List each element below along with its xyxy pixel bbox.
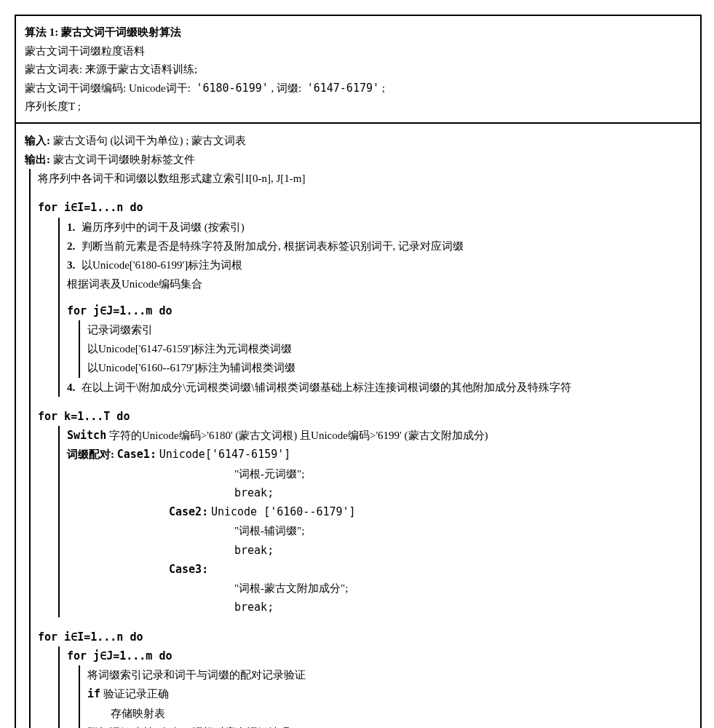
- loop2-body: Switch 字符的Unicode编码>'6180' (蒙古文词根) 且Unic…: [67, 426, 691, 617]
- case1-row: 词缀配对: Case1: Unicode['6147-6159']: [67, 445, 691, 464]
- loop3-wrap-j: 将词缀索引记录和词干与词缀的配对记录验证 if 验证记录正确 存储映射表 附加词…: [67, 665, 691, 728]
- pair-label: 词缀配对:: [67, 448, 114, 460]
- loop3-l2: if 验证记录正确: [87, 684, 691, 703]
- loop3-body-i: for j∈J=1...m do 将词缀索引记录和词干与词缀的配对记录验证 if…: [67, 646, 691, 728]
- loop1-inner2: 以Unicode['6147-6159']标注为元词根类词缀: [87, 339, 691, 358]
- if-label: if: [87, 687, 100, 700]
- loop3-bar-i: [58, 646, 60, 728]
- loop3-bar-j: [79, 665, 80, 728]
- loop3-wrap: for j∈J=1...m do 将词缀索引记录和词干与词缀的配对记录验证 if…: [38, 646, 691, 728]
- input-row: 输入: 蒙古文语句 (以词干为单位) ; 蒙古文词表: [25, 131, 691, 150]
- loop1-inner-body: 记录词缀索引 以Unicode['6147-6159']标注为元词根类词缀 以U…: [87, 320, 691, 378]
- input-label: 输入:: [25, 135, 50, 146]
- line4-prefix: 蒙古文词干词缀编码: Unicode词干:: [25, 82, 191, 94]
- loop1-inner3: 以Unicode['6160--6179']标注为辅词根类词缀: [87, 358, 691, 377]
- input-text: 蒙古文语句 (以词干为单位) ; 蒙古文词表: [53, 135, 246, 146]
- body-content: 将序列中各词干和词缀以数组形式建立索引I[0-n], J[1-m] for i∈…: [38, 169, 691, 728]
- output-row: 输出: 蒙古文词干词缀映射标签文件: [25, 150, 691, 169]
- loop1-step3b: 根据词表及Unicode编码集合: [67, 274, 691, 293]
- loop1-step3: 3.以Unicode['6180-6199']标注为词根: [67, 256, 691, 274]
- case2-range: Unicode ['6160--6179']: [211, 505, 356, 518]
- case1-break: break;: [67, 483, 691, 502]
- stem-range: '6180-6199': [196, 82, 268, 95]
- header-line2: 蒙古文词干词缀粒度语料: [25, 42, 691, 61]
- index-line: 将序列中各词干和词缀以数组形式建立索引I[0-n], J[1-m]: [38, 169, 691, 188]
- switch-line: Switch 字符的Unicode编码>'6180' (蒙古文词根) 且Unic…: [67, 426, 691, 445]
- algorithm-header: 算法 1: 蒙古文词干词缀映射算法 蒙古文词干词缀粒度语料 蒙古文词表: 来源于…: [16, 16, 700, 124]
- loop3-l3: 存储映射表: [87, 704, 691, 723]
- loop3-head-j: for j∈J=1...m do: [67, 646, 691, 665]
- case3-label: Case3:: [67, 560, 691, 579]
- loop1-inner1: 记录词缀索引: [87, 320, 691, 339]
- case1-range: Unicode['6147-6159']: [159, 448, 291, 461]
- if-cond: 验证记录正确: [103, 688, 169, 700]
- loop1-head: for i∈I=1...n do: [38, 198, 691, 217]
- loop3-body-j: 将词缀索引记录和词干与词缀的配对记录验证 if 验证记录正确 存储映射表 附加词…: [87, 665, 691, 728]
- header-line5: 序列长度T ;: [25, 98, 691, 116]
- case2-break: break;: [67, 541, 691, 560]
- loop1-body: 1.遍历序列中的词干及词缀 (按索引) 2.判断当前元素是否是特殊字符及附加成分…: [67, 218, 691, 397]
- loop1-inner-wrap: 记录词缀索引 以Unicode['6147-6159']标注为元词根类词缀 以U…: [67, 320, 691, 378]
- line4-end: ;: [382, 82, 385, 94]
- case1-label: Case1:: [117, 448, 156, 461]
- loop3-l1: 将词缀索引记录和词干与词缀的配对记录验证: [87, 665, 691, 684]
- loop1-step4: 4.在以上词干\附加成分\元词根类词缀\辅词根类词缀基础上标注连接词根词缀的其他…: [67, 378, 691, 397]
- loop3-head-i: for i∈I=1...n do: [38, 628, 691, 646]
- suffix-range: '6147-6179': [307, 82, 379, 95]
- case2-row: Case2: Unicode ['6160--6179']: [67, 502, 691, 521]
- line4-mid: , 词缀:: [271, 82, 302, 94]
- case2-label: Case2:: [169, 505, 208, 518]
- loop1-body-wrap: 1.遍历序列中的词干及词缀 (按索引) 2.判断当前元素是否是特殊字符及附加成分…: [38, 218, 691, 397]
- case3-break: break;: [67, 598, 691, 617]
- loop2-bar: [58, 426, 60, 617]
- switch-cond: 字符的Unicode编码>'6180' (蒙古文词根) 且Unicode编码>'…: [109, 430, 488, 441]
- loop2-head: for k=1...T do: [38, 407, 691, 426]
- body-vertical-bar: [29, 169, 31, 728]
- title-text: 蒙古文词干词缀映射算法: [61, 26, 181, 38]
- header-line4: 蒙古文词干词缀编码: Unicode词干: '6180-6199' , 词缀: …: [25, 79, 691, 98]
- loop1-bar: [58, 218, 60, 397]
- switch-label: Switch: [67, 429, 106, 442]
- output-text: 蒙古文词干词缀映射标签文件: [53, 154, 195, 165]
- case1-body: "词根-元词缀";: [67, 464, 691, 483]
- loop3-l4: 附加词缀映射 (存在一词根对应多词缀情况): [87, 723, 691, 728]
- loop1-step2: 2.判断当前元素是否是特殊字符及附加成分, 根据词表标签识别词干, 记录对应词缀: [67, 237, 691, 256]
- header-line3: 蒙古文词表: 来源于蒙古文语料训练;: [25, 60, 691, 79]
- loop1-inner-bar: [79, 320, 80, 378]
- algorithm-title-row: 算法 1: 蒙古文词干词缀映射算法: [25, 23, 691, 42]
- output-label: 输出:: [25, 154, 50, 165]
- title-label: 算法 1:: [25, 26, 58, 38]
- case2-body: "词根-辅词缀";: [67, 521, 691, 540]
- case3-body: "词根-蒙古文附加成分";: [67, 579, 691, 598]
- loop1-inner-head: for j∈J=1...m do: [67, 301, 691, 320]
- body-bar-wrap: 将序列中各词干和词缀以数组形式建立索引I[0-n], J[1-m] for i∈…: [25, 169, 691, 728]
- loop1-step1: 1.遍历序列中的词干及词缀 (按索引): [67, 218, 691, 237]
- loop2-body-wrap: Switch 字符的Unicode编码>'6180' (蒙古文词根) 且Unic…: [38, 426, 691, 617]
- algorithm-box: 算法 1: 蒙古文词干词缀映射算法 蒙古文词干词缀粒度语料 蒙古文词表: 来源于…: [15, 15, 702, 728]
- algorithm-body: 输入: 蒙古文语句 (以词干为单位) ; 蒙古文词表 输出: 蒙古文词干词缀映射…: [16, 124, 700, 729]
